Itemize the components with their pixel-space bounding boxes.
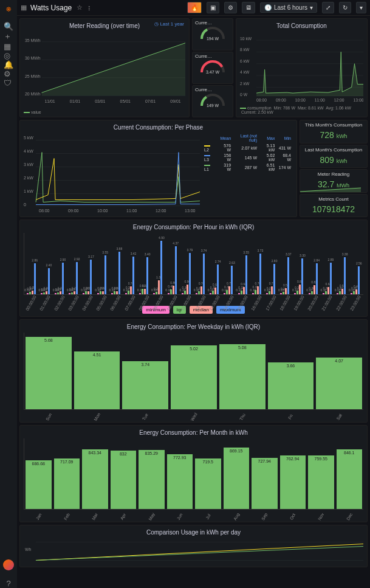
bar: 0.10: [69, 293, 70, 294]
svg-text:07/01: 07/01: [145, 99, 156, 103]
bar: 0.10: [168, 293, 170, 294]
bar-group: 0.100.260.303.8806:00:00: [109, 252, 122, 294]
legend-row[interactable]: L3158 W145 W5.02 kW68.4 W: [202, 153, 293, 162]
bar: 0.28: [74, 291, 75, 294]
share-icon[interactable]: ⫶: [87, 4, 91, 12]
caret-down-icon: ▾: [310, 4, 313, 11]
help-icon[interactable]: ?: [6, 579, 10, 588]
time-range-picker[interactable]: 🕓 Last 6 hours ▾: [260, 2, 317, 13]
gauge-2[interactable]: Curre… 149 W: [192, 85, 233, 117]
panel-title: Energy Consumption: Per Month in kWh: [24, 428, 363, 438]
tv-mode-button[interactable]: 🖥: [242, 2, 255, 13]
bar: 3.79: [189, 253, 191, 294]
weekday-bar: 3.74Tue: [122, 361, 168, 409]
panel-hourly[interactable]: Energy Consumption: Per Hour in kWh (IQR…: [19, 220, 368, 317]
nav-item-1[interactable]: ＋: [4, 31, 13, 42]
panel-title: Energy Consumption: Per Weekday in kWh (…: [24, 322, 363, 333]
bar: 0.80: [173, 286, 174, 294]
refresh-interval-button[interactable]: ▾: [356, 2, 366, 13]
gauge-1[interactable]: Curre… 3.47 W: [192, 52, 233, 84]
svg-text:20 MWh: 20 MWh: [25, 92, 41, 96]
svg-text:09/01: 09/01: [170, 99, 180, 103]
stat-1[interactable]: Last Month's Consumption809 kWh: [300, 145, 368, 168]
nav-item-2[interactable]: ▦: [4, 42, 13, 51]
bar: 3.40: [146, 257, 148, 294]
bar: 0.20: [29, 292, 31, 294]
bar: 0.29: [100, 291, 101, 294]
svg-text:11:00: 11:00: [126, 209, 137, 213]
bar-group: 0.100.260.422.5623:00:00: [349, 266, 362, 294]
bar: 2.40: [48, 268, 50, 294]
panel-month[interactable]: Energy Consumption: Per Month in kWh 686…: [19, 425, 368, 522]
bar-group: 0.100.290.283.5505:00:00: [95, 255, 108, 294]
settings-button[interactable]: ⚙: [224, 2, 237, 13]
panel-per-phase[interactable]: Current Consumption: Per Phase 01 kW2 kW…: [19, 120, 297, 217]
svg-text:11/01: 11/01: [44, 99, 55, 103]
svg-text:4 kW: 4 kW: [240, 70, 250, 74]
bar-group: 0.100.180.282.9002:00:00: [52, 263, 66, 294]
bar: 0.10: [294, 293, 296, 294]
bar: 0.27: [269, 291, 270, 294]
bar: 3.42: [132, 257, 134, 294]
panel-title: Comparison Usage in kWh per day: [24, 528, 363, 538]
legend-row[interactable]: L2576 W2.07 kW5.13 kW431 W: [202, 143, 293, 153]
stat-2[interactable]: Meter Reading32.7 MWh: [300, 169, 368, 193]
bar: 0.30: [325, 291, 327, 294]
panel-comparison[interactable]: Comparison Usage in kWh per day Wh: [19, 525, 368, 567]
add-panel-button[interactable]: ▣: [207, 2, 219, 13]
panel-total-consumption[interactable]: Total Consumption 0 W2 kW4 kW6 kW8 kW10 …: [236, 18, 368, 117]
bar: 0.42: [355, 289, 357, 294]
zoom-out-button[interactable]: ⤢: [322, 2, 334, 13]
nav-item-0[interactable]: 🔍: [4, 22, 13, 31]
bar: 0.10: [55, 293, 57, 294]
svg-text:10 kW: 10 kW: [240, 36, 252, 41]
weekday-bar: 4.07Sat: [316, 358, 362, 409]
month-bar: 843.34Mar: [82, 449, 108, 509]
y-unit: Wh: [25, 548, 32, 552]
bar: 4.90: [160, 241, 162, 294]
bar: 0.10: [323, 293, 324, 294]
weekday-bar: 5.68Sun: [26, 337, 72, 409]
nav-item-3[interactable]: ◎: [4, 51, 13, 60]
alert-fire-button[interactable]: 🔥: [187, 2, 202, 13]
stat-3[interactable]: Metrics Count107918472: [300, 194, 368, 218]
bar: 0.10: [210, 293, 211, 294]
legend-table: MeanLast (not null)MaxMin L2576 W2.07 kW…: [202, 133, 293, 172]
bar: 0.51: [341, 289, 343, 294]
svg-text:01/01: 01/01: [70, 99, 80, 103]
month-bar: 717.09Feb: [54, 458, 80, 509]
gauge-title: Curre…: [195, 87, 230, 92]
bar-group: 0.100.180.302.4001:00:00: [38, 268, 52, 294]
grafana-logo-icon[interactable]: ⎈: [6, 4, 11, 13]
legend-row[interactable]: L1319 W287 W6.51 kW174 W: [202, 162, 293, 172]
bar-group: 0.100.180.282.9203:00:00: [67, 262, 80, 294]
nav-item-5[interactable]: ⚙: [4, 69, 13, 78]
user-avatar[interactable]: [3, 559, 14, 570]
bar: 3.73: [259, 254, 261, 294]
panel-meter-reading[interactable]: Meter Reading (over time) ◷ Last 1 year …: [19, 18, 190, 117]
svg-text:30 MWh: 30 MWh: [25, 56, 41, 60]
month-bar: 686.68Jan: [26, 460, 52, 509]
gauge-0[interactable]: Curre… 194 W: [192, 18, 233, 50]
dashboard-icon: ▦: [21, 4, 27, 12]
bar: 0.18: [43, 292, 45, 294]
star-icon[interactable]: ☆: [77, 4, 83, 12]
refresh-button[interactable]: ↻: [339, 2, 351, 13]
side-nav: ⎈ 🔍＋▦◎🔔⚙🛡 ?: [0, 0, 17, 588]
bar-group: 0.100.320.643.5515:00:00: [236, 255, 249, 294]
bar: 0.58: [285, 288, 287, 294]
bar: 0.87: [299, 285, 301, 294]
bar: 0.50: [144, 289, 146, 294]
bar: 0.10: [111, 293, 113, 294]
bar-group: 0.100.270.702.8017:00:00: [264, 264, 277, 294]
bar: 0.70: [200, 286, 202, 294]
bar-group: 0.100.390.742.6314:00:00: [222, 266, 235, 294]
panel-weekday[interactable]: Energy Consumption: Per Weekday in kWh (…: [19, 319, 368, 423]
stat-0[interactable]: This Month's Consumption728 kWh: [300, 120, 368, 144]
bar: 0.30: [46, 291, 47, 294]
nav-item-6[interactable]: 🛡: [4, 78, 13, 88]
month-bar: 869.15Aug: [224, 448, 250, 509]
nav-item-4[interactable]: 🔔: [4, 60, 13, 69]
month-bar: 727.94Sep: [252, 458, 278, 509]
bar: 0.90: [187, 285, 188, 294]
